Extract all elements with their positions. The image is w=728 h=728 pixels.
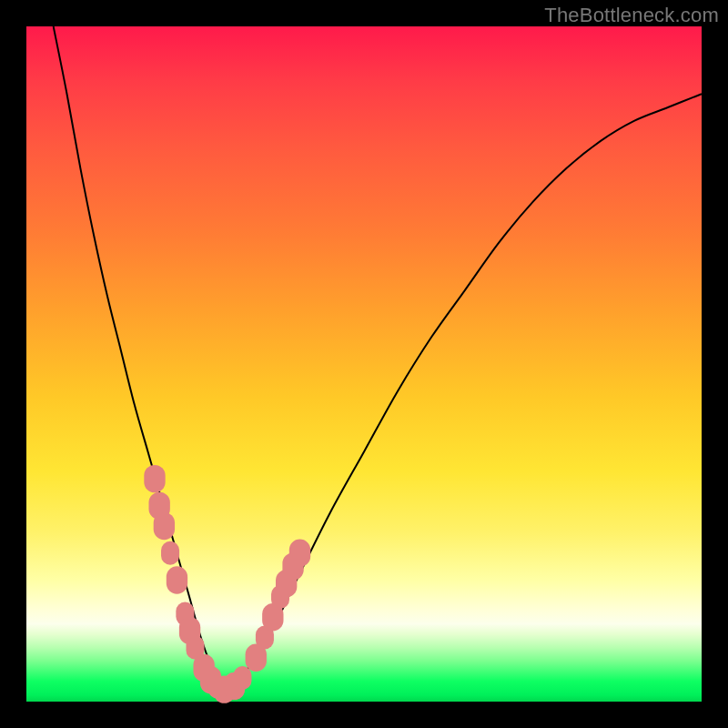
chart-frame: TheBottleneck.com	[0, 0, 728, 728]
marker-group	[144, 465, 310, 703]
bottleneck-curve	[54, 26, 702, 689]
curve-marker	[144, 465, 165, 492]
curve-marker	[161, 541, 179, 565]
curve-svg	[26, 26, 702, 702]
curve-marker	[233, 666, 251, 690]
watermark-text: TheBottleneck.com	[544, 4, 719, 27]
curve-marker	[289, 540, 310, 567]
plot-area	[26, 26, 702, 702]
curve-marker	[154, 512, 175, 540]
curve-marker	[167, 566, 187, 593]
